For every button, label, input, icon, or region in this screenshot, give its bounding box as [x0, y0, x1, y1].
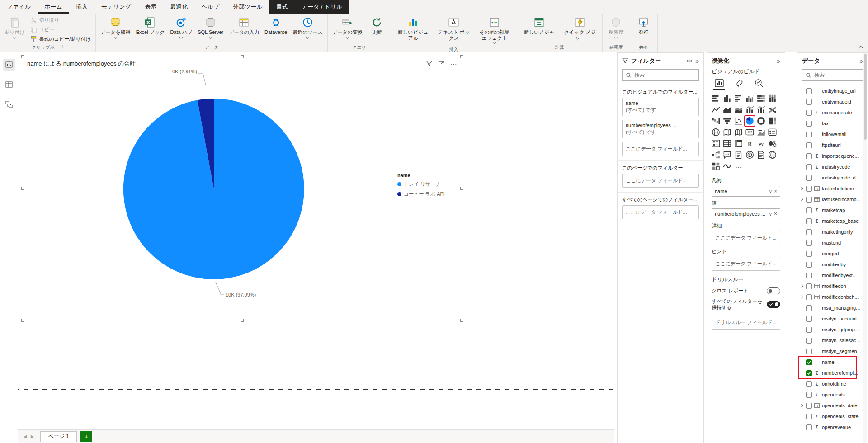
resize-handle[interactable] — [21, 187, 24, 190]
treemap-visual-button[interactable] — [767, 116, 778, 126]
field-row[interactable]: msdyn_account... — [797, 313, 868, 324]
matrix-visual-button[interactable] — [733, 138, 744, 149]
data-search-input[interactable] — [814, 72, 859, 78]
ribbon-button[interactable]: 発行 — [632, 15, 655, 43]
field-checkbox[interactable] — [806, 207, 812, 213]
more-visuals-visual-button[interactable]: … — [733, 161, 744, 171]
map-visual-button[interactable] — [711, 127, 721, 137]
details-drop-zone[interactable]: ここにデータ フィールド... — [712, 231, 780, 245]
field-row[interactable]: name — [797, 357, 868, 368]
field-row[interactable]: msdyn_gdprop... — [797, 324, 868, 335]
field-row[interactable]: Σnumberofempl... — [797, 368, 868, 378]
tooltips-drop-zone[interactable]: ここにデータ フィールド... — [712, 257, 780, 271]
ribbon-button[interactable]: Excel ブック — [134, 15, 167, 43]
field-row[interactable]: merged — [797, 248, 868, 259]
collapse-ribbon-icon[interactable] — [857, 44, 864, 50]
smart-narrative-visual-button[interactable] — [733, 150, 744, 160]
kpi-visual-button[interactable] — [756, 127, 766, 137]
values-well[interactable]: numberofemployees ... ∨ × — [712, 208, 780, 219]
field-checkbox[interactable] — [806, 283, 812, 289]
area-chart-visual-button[interactable] — [722, 104, 732, 115]
eye-icon[interactable] — [686, 58, 693, 64]
ribbon-tab[interactable]: 最適化 — [163, 0, 194, 14]
card-visual-button[interactable]: 123 — [745, 127, 755, 137]
analytics-tab[interactable] — [753, 78, 765, 90]
stacked-area-chart-visual-button[interactable] — [733, 104, 744, 115]
field-checkbox[interactable] — [806, 218, 812, 224]
field-checkbox[interactable] — [806, 424, 812, 430]
ribbon-tab[interactable]: ホーム — [38, 0, 69, 14]
field-row[interactable]: Σopenrevenue — [797, 422, 868, 433]
line-clustered-column-chart-visual-button[interactable] — [756, 104, 766, 115]
drillthrough-drop-zone[interactable]: ドリルスルー フィールド... — [712, 316, 780, 330]
ribbon-tab[interactable]: モデリング — [94, 0, 138, 14]
field-checkbox[interactable] — [806, 186, 812, 192]
field-checkbox[interactable] — [806, 88, 812, 94]
pie-chart-visual-button[interactable] — [745, 116, 755, 126]
field-checkbox[interactable] — [806, 327, 812, 333]
filter-card[interactable]: name(すべて) です — [622, 98, 699, 116]
shape-map-visual-button[interactable] — [733, 127, 744, 137]
dropdown-chevron-icon[interactable]: ∨ — [769, 189, 772, 194]
ribbon-button[interactable]: SQL Server — [195, 15, 226, 43]
r-script-visual-visual-button[interactable]: R — [745, 138, 755, 149]
resize-handle[interactable] — [21, 55, 24, 58]
legend-item[interactable]: コーヒー ラボ API — [397, 191, 445, 198]
field-row[interactable]: Σopendeals — [797, 389, 868, 400]
ribbon-chart-visual-button[interactable] — [767, 104, 778, 115]
ribbon-tab[interactable]: ファイル — [0, 0, 38, 14]
paginated-report-visual-button[interactable] — [756, 150, 766, 160]
field-checkbox[interactable] — [806, 359, 812, 365]
expand-chevron-icon[interactable] — [800, 284, 804, 288]
field-row[interactable]: modifiedon — [797, 281, 868, 292]
field-row[interactable]: msa_managing... — [797, 302, 868, 313]
format-visual-tab[interactable] — [733, 78, 745, 90]
field-row[interactable]: modifiedby — [797, 259, 868, 270]
filled-map-visual-button[interactable] — [722, 127, 732, 137]
collapse-pane-icon[interactable]: » — [777, 57, 780, 65]
field-row[interactable]: Σonholdtime — [797, 378, 868, 389]
resize-handle[interactable] — [241, 319, 244, 322]
prev-page-icon[interactable]: ◀ — [24, 434, 27, 439]
ribbon-button[interactable]: データを取得 — [98, 15, 133, 43]
field-row[interactable]: masterid — [797, 237, 868, 248]
data-search[interactable] — [802, 69, 863, 81]
donut-chart-visual-button[interactable] — [756, 116, 766, 126]
ribbon-button[interactable]: 書式のコピー/貼り付け — [28, 35, 93, 43]
field-row[interactable]: Σmarketcap_base — [797, 216, 868, 226]
legend-item[interactable]: トレイ リサーチ — [397, 181, 445, 188]
resize-handle[interactable] — [460, 319, 463, 322]
new-page-button[interactable]: + — [80, 431, 92, 442]
expand-chevron-icon[interactable] — [800, 404, 804, 407]
ribbon-tab[interactable]: 表示 — [138, 0, 163, 14]
field-checkbox[interactable] — [806, 110, 812, 116]
remove-field-icon[interactable]: × — [774, 211, 777, 217]
stacked-bar-chart-visual-button[interactable] — [711, 93, 721, 104]
field-checkbox[interactable] — [806, 381, 812, 387]
expand-chevron-icon[interactable] — [800, 198, 804, 201]
ribbon-button[interactable]: データの変換 — [330, 15, 365, 43]
field-checkbox[interactable] — [806, 197, 812, 203]
field-checkbox[interactable] — [806, 403, 812, 409]
ribbon-button[interactable]: クイック メジャー — [560, 15, 600, 43]
field-checkbox[interactable] — [806, 153, 812, 159]
field-checkbox[interactable] — [806, 142, 812, 148]
waterfall-chart-visual-button[interactable] — [711, 116, 721, 126]
ribbon-button[interactable]: Dataverse — [262, 15, 289, 43]
field-checkbox[interactable] — [806, 121, 812, 127]
field-checkbox[interactable] — [806, 132, 812, 137]
expand-chevron-icon[interactable] — [800, 295, 804, 299]
pie-chart-visual[interactable]: name による numberofemployees の合計 … 0K (2.9… — [23, 57, 462, 320]
field-row[interactable]: Σimportsequenc... — [797, 151, 868, 161]
more-options-icon[interactable]: … — [450, 60, 457, 67]
field-row[interactable]: Σexchangerate — [797, 107, 868, 118]
field-row[interactable]: Σopendeals_state — [797, 411, 868, 422]
field-row[interactable]: modifiedonbeh... — [797, 292, 868, 302]
field-row[interactable]: industrycode_d... — [797, 172, 868, 183]
legend-well[interactable]: name ∨ × — [712, 186, 780, 197]
stacked-column-chart-visual-button[interactable] — [722, 93, 732, 104]
field-checkbox[interactable] — [806, 392, 812, 398]
filter-card[interactable]: numberofemployees ...(すべて) です — [622, 120, 699, 138]
ribbon-tab[interactable]: 書式 — [269, 0, 295, 14]
resize-handle[interactable] — [460, 55, 463, 58]
